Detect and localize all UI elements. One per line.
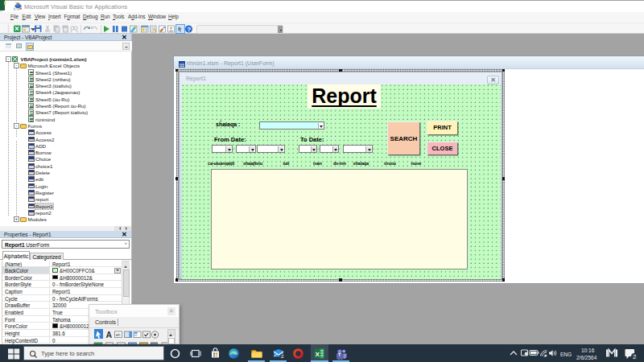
svg-text:2: 2 (633, 354, 636, 360)
svg-text:X: X (316, 351, 320, 358)
svg-text:ab: ab (116, 332, 121, 337)
svg-text:A: A (106, 330, 113, 339)
svg-text:?: ? (187, 26, 191, 33)
